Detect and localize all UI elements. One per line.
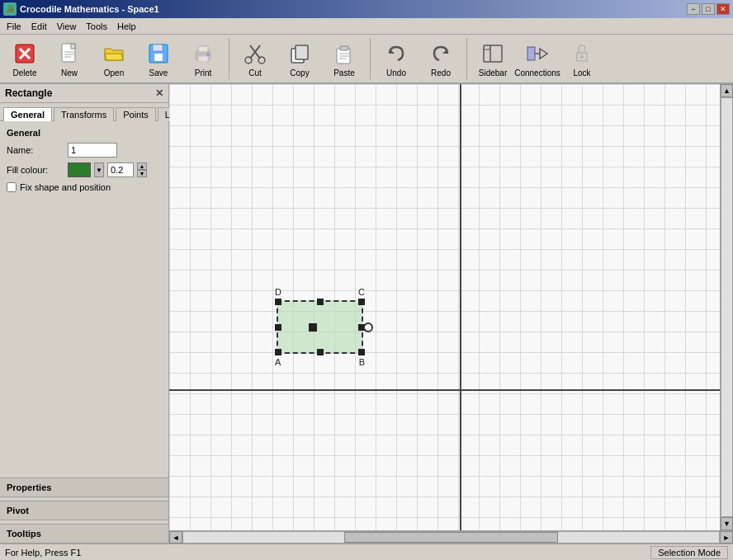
vertical-scrollbar: ▲ ▼: [720, 84, 733, 530]
delete-label: Delete: [13, 68, 37, 78]
toolbar: Delete New Open Save Print Cut Copy: [0, 35, 733, 84]
svg-rect-30: [527, 47, 535, 60]
left-panel: Rectangle ✕ General Transforms Points Li…: [0, 84, 169, 544]
properties-header[interactable]: Properties: [0, 478, 168, 497]
handle-mid-left[interactable]: [275, 324, 281, 331]
fix-shape-checkbox[interactable]: [7, 182, 17, 192]
paste-icon: [331, 40, 357, 67]
menu-file[interactable]: File: [2, 18, 26, 34]
print-label: Print: [195, 68, 212, 78]
handle-bottom-right[interactable]: [358, 349, 365, 355]
hscroll-track[interactable]: [182, 531, 720, 544]
cut-button[interactable]: Cut: [234, 37, 277, 80]
center-handle[interactable]: [309, 323, 317, 332]
new-icon: [56, 40, 83, 67]
panel-close-button[interactable]: ✕: [155, 87, 163, 99]
menu-help[interactable]: Help: [112, 18, 141, 34]
vscroll-track[interactable]: [721, 97, 733, 517]
corner-label-a: A: [275, 357, 281, 367]
sidebar-label: Sidebar: [479, 68, 507, 78]
svg-rect-12: [198, 56, 208, 62]
opacity-up[interactable]: ▲: [137, 162, 147, 170]
opacity-down[interactable]: ▼: [137, 170, 147, 177]
minimize-button[interactable]: −: [687, 3, 700, 15]
vscroll-down[interactable]: ▼: [721, 517, 733, 530]
connections-button[interactable]: Connections: [516, 37, 559, 80]
open-label: Open: [104, 68, 124, 78]
canvas-area[interactable]: D C A B ▲ ▼ ◄ ►: [169, 84, 733, 544]
tab-general[interactable]: General: [3, 107, 52, 121]
sidebar-button[interactable]: Sidebar: [471, 37, 514, 80]
save-label: Save: [149, 68, 168, 78]
tab-transforms[interactable]: Transforms: [54, 107, 114, 121]
tab-points[interactable]: Points: [116, 107, 156, 121]
rectangle-shape[interactable]: D C A B: [277, 300, 363, 354]
paste-label: Paste: [333, 68, 355, 78]
copy-icon: [286, 40, 313, 67]
close-button[interactable]: ✕: [716, 3, 730, 15]
handle-top-left[interactable]: [275, 299, 281, 305]
corner-label-b: B: [359, 357, 365, 367]
hscroll-right[interactable]: ►: [720, 531, 733, 544]
pivot-header[interactable]: Pivot: [0, 501, 168, 520]
print-button[interactable]: Print: [182, 37, 225, 80]
connections-icon: [524, 40, 551, 67]
tooltips-header[interactable]: Tooltips: [0, 525, 168, 544]
menu-tools[interactable]: Tools: [81, 18, 112, 34]
redo-icon: [428, 40, 454, 67]
tabs-row: General Transforms Points Lines: [0, 103, 168, 121]
save-button[interactable]: Save: [137, 37, 180, 80]
svg-rect-9: [154, 54, 163, 61]
toolbar-sep-2: [370, 38, 371, 79]
corner-label-c: C: [358, 287, 365, 297]
delete-button[interactable]: Delete: [3, 37, 46, 80]
fix-shape-label: Fix shape and position: [20, 182, 111, 192]
open-icon: [101, 40, 127, 67]
sidebar-icon: [480, 40, 506, 67]
handle-bottom-mid[interactable]: [317, 349, 324, 355]
lock-label: Lock: [573, 68, 590, 78]
undo-button[interactable]: Undo: [375, 37, 418, 80]
maximize-button[interactable]: □: [702, 3, 715, 15]
connection-handle[interactable]: [363, 322, 373, 332]
new-button[interactable]: New: [48, 37, 91, 80]
handle-top-right[interactable]: [358, 299, 365, 305]
copy-button[interactable]: Copy: [278, 37, 321, 80]
handle-bottom-left[interactable]: [275, 349, 281, 355]
copy-label: Copy: [290, 68, 309, 78]
redo-button[interactable]: Redo: [419, 37, 462, 80]
menu-edit[interactable]: Edit: [26, 18, 52, 34]
toolbar-sep-1: [229, 38, 229, 79]
fill-colour-dropdown[interactable]: ▼: [94, 162, 104, 177]
mode-text: Selection Mode: [658, 548, 721, 558]
title-bar-controls[interactable]: − □ ✕: [687, 3, 730, 15]
vscroll-up[interactable]: ▲: [721, 84, 733, 97]
name-input[interactable]: [68, 143, 117, 158]
menu-view[interactable]: View: [52, 18, 82, 34]
undo-label: Undo: [386, 68, 406, 78]
open-button[interactable]: Open: [92, 37, 135, 80]
status-bar: For Help, Press F1 Selection Mode: [0, 544, 733, 560]
redo-label: Redo: [431, 68, 451, 78]
lock-button[interactable]: Lock: [560, 37, 603, 80]
title-bar: 🐊 Crocodile Mathematics - Space1 − □ ✕: [0, 0, 733, 18]
print-icon: [190, 40, 216, 67]
fill-colour-row: Fill colour: ▼ ▲ ▼: [7, 162, 162, 177]
name-label: Name:: [7, 145, 64, 155]
horizontal-scrollbar: ◄ ►: [169, 530, 733, 544]
fill-colour-swatch[interactable]: [68, 162, 91, 177]
hscroll-thumb[interactable]: [344, 532, 559, 543]
svg-rect-8: [153, 45, 163, 51]
panel-header: Rectangle ✕: [0, 84, 168, 103]
panel-content: General Name: Fill colour: ▼ ▲ ▼ Fix sha…: [0, 121, 168, 474]
svg-marker-25: [390, 49, 395, 54]
toolbar-sep-3: [466, 38, 467, 79]
opacity-input[interactable]: [107, 162, 134, 177]
paste-button[interactable]: Paste: [323, 37, 366, 80]
handle-top-mid[interactable]: [317, 299, 324, 305]
hscroll-left[interactable]: ◄: [169, 531, 182, 544]
corner-label-d: D: [275, 287, 281, 297]
pivot-section: Pivot: [0, 501, 168, 520]
help-text: For Help, Press F1: [5, 548, 81, 558]
save-icon: [145, 40, 172, 67]
